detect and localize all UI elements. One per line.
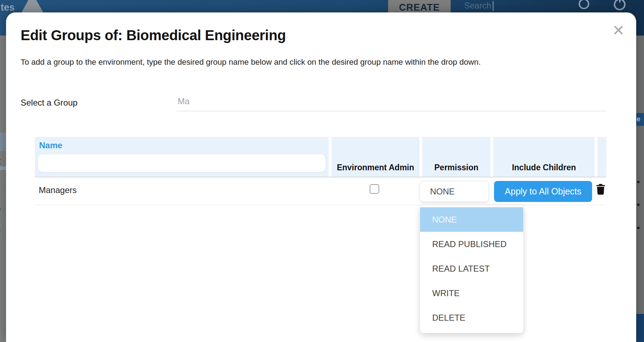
table-row: Managers NONE Apply to All Objects — [35, 177, 606, 205]
left-edge-text-fragment: c — [0, 183, 6, 194]
right-edge-footer-band — [636, 314, 644, 342]
dropdown-option-delete[interactable]: DELETE — [420, 305, 523, 330]
delete-trash-icon[interactable] — [596, 184, 605, 195]
column-header-environment-admin: Environment Admin — [332, 137, 419, 177]
permission-dropdown-menu: NONE READ PUBLISHED READ LATEST WRITE DE… — [420, 205, 523, 333]
modal-description: To add a group to the environment, type … — [21, 58, 481, 67]
page-left-edge: f < c p h — [0, 36, 6, 342]
search-input[interactable]: Search — [464, 1, 491, 11]
name-filter-input[interactable] — [38, 154, 326, 172]
dropdown-option-write[interactable]: WRITE — [420, 281, 523, 305]
column-header-actions — [597, 137, 606, 177]
right-edge-bullet — [637, 181, 639, 183]
right-edge-bullet — [637, 227, 639, 229]
right-edge-bullet — [637, 204, 639, 206]
apply-to-all-objects-button[interactable]: Apply to All Objects — [494, 181, 592, 202]
right-edge-button-fragment: e — [636, 113, 644, 126]
search-icon[interactable] — [579, 0, 589, 9]
dropdown-option-none[interactable]: NONE — [420, 207, 523, 232]
nav-logo-shape — [21, 0, 43, 13]
column-header-permission: Permission — [422, 137, 490, 177]
permission-select[interactable]: NONE — [420, 181, 489, 202]
logo-text-fragment: tes — [1, 2, 15, 13]
environment-admin-checkbox[interactable] — [370, 184, 379, 194]
group-name-cell: Managers — [39, 185, 77, 195]
column-header-name: Name — [35, 137, 329, 177]
left-edge-text-fragment: f — [0, 102, 6, 113]
edit-groups-modal: ✕ Edit Groups of: Biomedical Engineering… — [6, 12, 636, 342]
left-edge-text-fragment: < — [0, 156, 6, 167]
column-header-include-children: Include Children — [493, 137, 595, 177]
search-divider — [493, 1, 494, 11]
groups-table-header: Name Environment Admin Permission Includ… — [35, 137, 606, 177]
left-edge-highlight-band — [0, 133, 6, 151]
modal-title: Edit Groups of: Biomedical Engineering — [21, 27, 286, 43]
user-power-icon-tick — [619, 0, 621, 2]
left-edge-text-fragment: h — [0, 225, 6, 236]
left-edge-text-fragment: p — [0, 203, 6, 214]
select-group-label: Select a Group — [21, 98, 77, 108]
dropdown-option-read-published[interactable]: READ PUBLISHED — [420, 232, 523, 256]
dropdown-option-read-latest[interactable]: READ LATEST — [420, 256, 523, 281]
name-column-label: Name — [39, 140, 62, 150]
page-right-edge: e — [636, 36, 644, 342]
close-icon[interactable]: ✕ — [610, 22, 627, 39]
group-search-input[interactable] — [177, 93, 606, 111]
